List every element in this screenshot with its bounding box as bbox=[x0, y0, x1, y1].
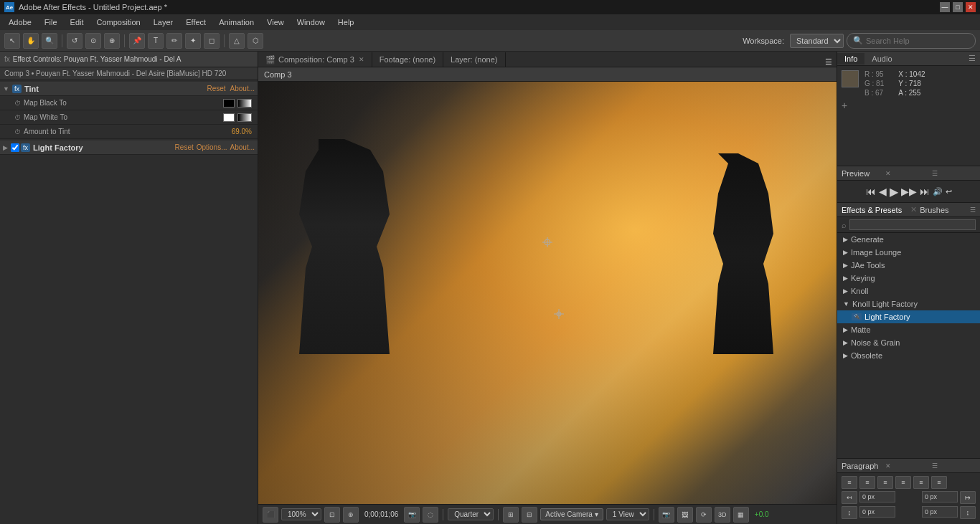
tint-about-button[interactable]: About... bbox=[230, 85, 255, 92]
effects-item-light-factory[interactable]: 🔌 Light Factory bbox=[837, 310, 980, 323]
map-white-swatch[interactable] bbox=[223, 113, 235, 122]
tool-cam-pan[interactable]: ⊕ bbox=[104, 33, 120, 49]
preview-close[interactable]: ✕ bbox=[885, 170, 929, 177]
minimize-button[interactable]: — bbox=[940, 2, 950, 12]
eyedropper-icon[interactable]: + bbox=[842, 100, 847, 111]
viewer-safe-btn[interactable]: ⊕ bbox=[343, 507, 359, 523]
viewer-tab-close[interactable]: ✕ bbox=[359, 56, 364, 63]
amount-tint-stopwatch[interactable]: ⏱ bbox=[14, 128, 21, 135]
tool-clone[interactable]: ✦ bbox=[185, 33, 201, 49]
active-camera-button[interactable]: Active Camera ▾ bbox=[540, 508, 603, 520]
prev-audio[interactable]: 🔊 bbox=[933, 187, 943, 196]
viewer-fullscreen-btn[interactable]: ⬛ bbox=[263, 507, 278, 523]
viewer-render-btn[interactable]: ▦ bbox=[733, 507, 749, 523]
tool-text[interactable]: T bbox=[148, 33, 164, 49]
prev-step-back[interactable]: ◀ bbox=[879, 186, 887, 197]
para-align-center[interactable]: ≡ bbox=[859, 476, 875, 489]
menu-effect[interactable]: Effect bbox=[180, 16, 212, 28]
viewer-grid-btn[interactable]: ⊞ bbox=[503, 507, 519, 523]
prev-skip-end[interactable]: ⏭ bbox=[920, 186, 930, 197]
lf-reset-button[interactable]: Reset bbox=[175, 143, 194, 151]
tool-pen[interactable]: ✏ bbox=[166, 33, 182, 49]
menu-edit[interactable]: Edit bbox=[65, 16, 90, 28]
map-black-gradient[interactable] bbox=[237, 99, 252, 108]
viewer-3d-btn[interactable]: 3D bbox=[715, 507, 730, 523]
para-indent-left[interactable] bbox=[859, 491, 895, 502]
viewer-tab-footage[interactable]: Footage: (none) bbox=[372, 52, 443, 67]
effects-item-obsolete[interactable]: ▶Obsolete bbox=[837, 349, 980, 362]
tool-pin[interactable]: 📌 bbox=[129, 33, 145, 49]
viewer-zoom-select[interactable]: 100% bbox=[281, 508, 321, 520]
tool-cam-orbit[interactable]: ⊙ bbox=[85, 33, 101, 49]
effects-item-generate[interactable]: ▶Generate bbox=[837, 233, 980, 246]
para-space-after[interactable] bbox=[922, 506, 958, 518]
tool-arrow[interactable]: ↖ bbox=[4, 33, 20, 49]
viewer-flow-btn[interactable]: ⟳ bbox=[696, 507, 712, 523]
viewer-tab-layer[interactable]: Layer: (none) bbox=[443, 52, 505, 67]
para-align-right[interactable]: ≡ bbox=[877, 476, 893, 489]
effects-item-matte[interactable]: ▶Matte bbox=[837, 323, 980, 336]
menu-composition[interactable]: Composition bbox=[91, 16, 146, 28]
tool-eraser[interactable]: ◻ bbox=[204, 33, 220, 49]
menu-help[interactable]: Help bbox=[332, 16, 360, 28]
viewer-cam-btn[interactable]: 📷 bbox=[404, 507, 420, 523]
info-menu-btn[interactable]: ☰ bbox=[964, 54, 980, 63]
prev-play[interactable]: ▶ bbox=[890, 185, 898, 199]
effects-item-jae-tools[interactable]: ▶JAe Tools bbox=[837, 259, 980, 272]
para-align-left[interactable]: ≡ bbox=[842, 476, 857, 489]
viewer-snapshot-btn[interactable]: 📷 bbox=[659, 507, 674, 523]
maximize-button[interactable]: □ bbox=[953, 2, 963, 12]
lf-about-button[interactable]: About... bbox=[230, 143, 255, 151]
amount-tint-number[interactable]: 69.0% bbox=[232, 128, 252, 135]
viewer-view-select[interactable]: 1 View bbox=[606, 508, 649, 520]
tool-hand[interactable]: ✋ bbox=[23, 33, 39, 49]
tool-roto[interactable]: ⬡ bbox=[248, 33, 263, 49]
prev-play-audio[interactable]: ▶▶ bbox=[901, 186, 917, 197]
para-justify-all[interactable]: ≡ bbox=[931, 476, 947, 489]
para-space-before[interactable] bbox=[859, 506, 895, 518]
viewer-toggle-btn[interactable]: ⊟ bbox=[522, 507, 537, 523]
paragraph-menu[interactable]: ☰ bbox=[932, 462, 976, 470]
menu-animation[interactable]: Animation bbox=[213, 16, 260, 28]
para-justify-center[interactable]: ≡ bbox=[913, 476, 929, 489]
viewer-motion-btn[interactable]: ◌ bbox=[423, 507, 438, 523]
tool-rotate[interactable]: ↺ bbox=[67, 33, 83, 49]
close-button[interactable]: ✕ bbox=[966, 2, 976, 12]
effects-item-noise-grain[interactable]: ▶Noise & Grain bbox=[837, 336, 980, 349]
effects-menu-btn[interactable]: ☰ bbox=[970, 206, 976, 214]
prev-skip-start[interactable]: ⏮ bbox=[866, 186, 876, 197]
viewer-menu-btn[interactable]: ☰ bbox=[821, 57, 837, 67]
info-tab[interactable]: Info bbox=[837, 53, 864, 65]
prev-loop[interactable]: ↩ bbox=[946, 187, 952, 196]
viewer-quality-select[interactable]: Quarter bbox=[448, 508, 494, 520]
effects-presets-tab[interactable]: Effects & Presets bbox=[842, 206, 902, 214]
viewer-show-snap-btn[interactable]: 🖼 bbox=[677, 507, 693, 523]
preview-menu[interactable]: ☰ bbox=[932, 170, 976, 177]
lf-options-button[interactable]: Options... bbox=[197, 143, 227, 151]
viewer-aspect-btn[interactable]: ⊡ bbox=[324, 507, 340, 523]
search-help-input[interactable] bbox=[866, 37, 969, 45]
map-white-gradient[interactable] bbox=[237, 113, 252, 122]
menu-layer[interactable]: Layer bbox=[148, 16, 179, 28]
brushes-tab[interactable]: Brushes bbox=[920, 206, 948, 214]
effects-item-knoll[interactable]: ▶Knoll bbox=[837, 285, 980, 297]
effects-item-keying[interactable]: ▶Keying bbox=[837, 272, 980, 285]
map-white-stopwatch[interactable]: ⏱ bbox=[14, 114, 21, 121]
tool-shape[interactable]: △ bbox=[229, 33, 245, 49]
map-black-swatch[interactable] bbox=[223, 99, 235, 108]
tool-zoom[interactable]: 🔍 bbox=[42, 33, 57, 49]
audio-tab[interactable]: Audio bbox=[864, 53, 899, 65]
menu-adobe[interactable]: Adobe bbox=[3, 16, 37, 28]
workspace-select[interactable]: Standard bbox=[790, 34, 844, 48]
viewer-tab-comp[interactable]: 🎬 Composition: Comp 3 ✕ bbox=[258, 52, 372, 67]
para-justify-left[interactable]: ≡ bbox=[895, 476, 911, 489]
effects-item-image-lounge[interactable]: ▶Image Lounge bbox=[837, 246, 980, 259]
effects-search-input[interactable] bbox=[849, 219, 976, 230]
paragraph-close[interactable]: ✕ bbox=[885, 462, 929, 470]
light-factory-checkbox[interactable] bbox=[11, 143, 19, 152]
menu-file[interactable]: File bbox=[39, 16, 63, 28]
effects-item-knoll-light-factory[interactable]: ▼Knoll Light Factory bbox=[837, 297, 980, 310]
para-indent-right[interactable] bbox=[922, 491, 958, 502]
map-black-stopwatch[interactable]: ⏱ bbox=[14, 100, 21, 107]
menu-view[interactable]: View bbox=[261, 16, 290, 28]
